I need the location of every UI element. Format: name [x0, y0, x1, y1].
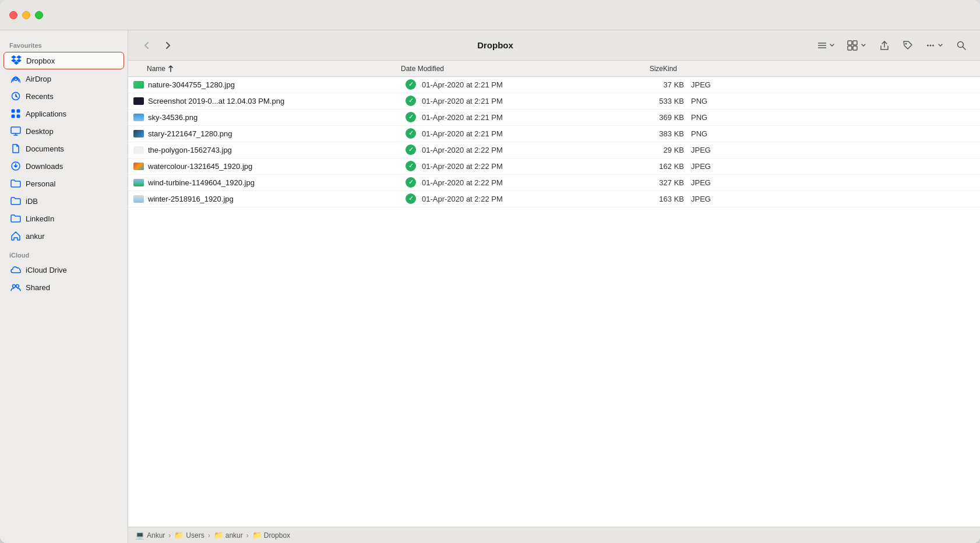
airdrop-icon: [10, 73, 21, 84]
file-name-cell: watercolour-1321645_1920.jpg: [133, 162, 401, 171]
breadcrumb-folder-icon: 📁: [174, 531, 184, 540]
sidebar-item-recents-label: Recents: [26, 92, 54, 101]
sync-check-icon: ✓: [406, 79, 416, 90]
file-name-cell: winter-2518916_1920.jpg: [133, 195, 401, 204]
table-row[interactable]: the-polygon-1562743.jpg ✓ 01-Apr-2020 at…: [128, 142, 980, 158]
search-button[interactable]: [952, 36, 971, 55]
icloud-icon: [10, 265, 21, 275]
file-name: winter-2518916_1920.jpg: [148, 195, 234, 203]
breadcrumb-item[interactable]: 📁 ankur: [214, 531, 243, 540]
grid-view-button[interactable]: [844, 38, 870, 53]
breadcrumb-folder-icon: 📁: [214, 531, 223, 540]
idb-folder-icon: [10, 196, 21, 206]
file-name-cell: wind-turbine-1149604_1920.jpg: [133, 178, 401, 188]
sidebar-item-desktop[interactable]: Desktop: [3, 123, 124, 139]
file-size: 162 KB: [597, 162, 684, 171]
svg-point-18: [927, 44, 929, 46]
svg-rect-3: [17, 110, 20, 113]
file-name: the-polygon-1562743.jpg: [148, 146, 232, 154]
file-name: Screenshot 2019-0...at 12.04.03 PM.png: [148, 97, 284, 105]
col-header-size[interactable]: Size: [576, 65, 663, 73]
sync-status-icon: ✓: [406, 144, 417, 156]
file-kind: JPEG: [684, 178, 975, 187]
sidebar-item-downloads[interactable]: Downloads: [3, 158, 124, 174]
close-button[interactable]: [9, 11, 17, 19]
sidebar-item-recents[interactable]: Recents: [3, 88, 124, 104]
file-name-cell: stary-2121647_1280.png: [133, 129, 401, 139]
table-row[interactable]: Screenshot 2019-0...at 12.04.03 PM.png ✓…: [128, 93, 980, 110]
file-name-cell: sky-34536.png: [133, 113, 401, 122]
sync-status-icon: ✓: [406, 79, 417, 91]
col-header-kind[interactable]: Kind: [663, 65, 980, 73]
file-date: 01-Apr-2020 at 2:21 PM: [422, 113, 597, 122]
forward-button[interactable]: [158, 36, 177, 55]
svg-line-22: [963, 47, 966, 50]
sidebar-item-ankur[interactable]: ankur: [3, 228, 124, 244]
sidebar-item-desktop-label: Desktop: [26, 127, 54, 136]
favourites-section-label: Favourites: [0, 35, 128, 51]
back-button[interactable]: [138, 36, 156, 55]
table-row[interactable]: nature-3044755_1280.jpg ✓ 01-Apr-2020 at…: [128, 77, 980, 93]
file-name: sky-34536.png: [148, 113, 198, 122]
sync-status-icon: ✓: [406, 193, 417, 205]
file-date: 01-Apr-2020 at 2:21 PM: [422, 80, 597, 89]
downloads-icon: [10, 161, 21, 171]
breadcrumb-item[interactable]: 📁 Users: [174, 531, 204, 540]
sidebar-item-airdrop[interactable]: AirDrop: [3, 70, 124, 87]
file-size: 533 KB: [597, 97, 684, 105]
sidebar-item-documents[interactable]: Documents: [3, 140, 124, 157]
sidebar-item-linkedin[interactable]: LinkedIn: [3, 210, 124, 227]
svg-point-8: [13, 285, 16, 288]
sidebar-item-shared[interactable]: Shared: [3, 279, 124, 295]
sync-status-icon: ✓: [406, 112, 417, 124]
breadcrumb-item[interactable]: 💻 Ankur: [135, 531, 165, 540]
sidebar-item-personal[interactable]: Personal: [3, 175, 124, 192]
sync-status-icon: ✓: [406, 161, 417, 172]
file-name-cell: nature-3044755_1280.jpg: [133, 80, 401, 90]
file-date: 01-Apr-2020 at 2:21 PM: [422, 129, 597, 138]
sidebar-item-applications-label: Applications: [26, 110, 66, 118]
main-layout: Favourites Dropbox: [0, 30, 980, 543]
minimize-button[interactable]: [22, 11, 30, 19]
list-view-button[interactable]: [813, 38, 839, 53]
sidebar-item-applications[interactable]: Applications: [3, 105, 124, 122]
more-button[interactable]: [922, 38, 947, 53]
sidebar-item-idb[interactable]: iDB: [3, 193, 124, 209]
tag-button[interactable]: [898, 36, 917, 55]
icloud-section-label: iCloud: [0, 245, 128, 261]
col-header-date[interactable]: Date Modified: [401, 65, 576, 73]
breadcrumb-separator: ›: [208, 531, 210, 540]
col-kind-label: Kind: [663, 65, 677, 73]
sidebar-item-idb-label: iDB: [26, 197, 38, 206]
table-row[interactable]: winter-2518916_1920.jpg ✓ 01-Apr-2020 at…: [128, 191, 980, 207]
documents-icon: [10, 143, 21, 154]
svg-rect-15: [848, 46, 852, 50]
toolbar: Dropbox: [128, 30, 980, 61]
breadcrumb-label: Users: [186, 531, 204, 540]
file-thumbnail: [133, 129, 144, 139]
file-kind: JPEG: [684, 162, 975, 171]
file-date: 01-Apr-2020 at 2:22 PM: [422, 178, 597, 187]
svg-point-9: [16, 285, 19, 288]
file-thumbnail: [133, 178, 144, 188]
file-kind: PNG: [684, 129, 975, 138]
share-button[interactable]: [875, 36, 894, 55]
sidebar-item-dropbox[interactable]: Dropbox: [3, 52, 124, 69]
status-bar: 💻 Ankur›📁 Users›📁 ankur›📁 Dropbox: [128, 527, 980, 543]
breadcrumb-item[interactable]: 📁 Dropbox: [252, 531, 290, 540]
maximize-button[interactable]: [35, 11, 43, 19]
recents-icon: [10, 91, 21, 101]
table-row[interactable]: wind-turbine-1149604_1920.jpg ✓ 01-Apr-2…: [128, 175, 980, 191]
traffic-lights: [9, 11, 43, 19]
sidebar-item-icloud-drive[interactable]: iCloud Drive: [3, 262, 124, 278]
col-name-label: Name: [147, 65, 165, 73]
table-row[interactable]: watercolour-1321645_1920.jpg ✓ 01-Apr-20…: [128, 158, 980, 175]
table-row[interactable]: stary-2121647_1280.png ✓ 01-Apr-2020 at …: [128, 126, 980, 142]
sidebar-item-personal-label: Personal: [26, 179, 55, 188]
file-kind: JPEG: [684, 195, 975, 203]
table-row[interactable]: sky-34536.png ✓ 01-Apr-2020 at 2:21 PM 3…: [128, 110, 980, 126]
file-name-cell: the-polygon-1562743.jpg: [133, 146, 401, 155]
file-date: 01-Apr-2020 at 2:21 PM: [422, 97, 597, 105]
col-header-name[interactable]: Name: [133, 65, 401, 73]
breadcrumb-folder-icon: 💻: [135, 531, 144, 540]
